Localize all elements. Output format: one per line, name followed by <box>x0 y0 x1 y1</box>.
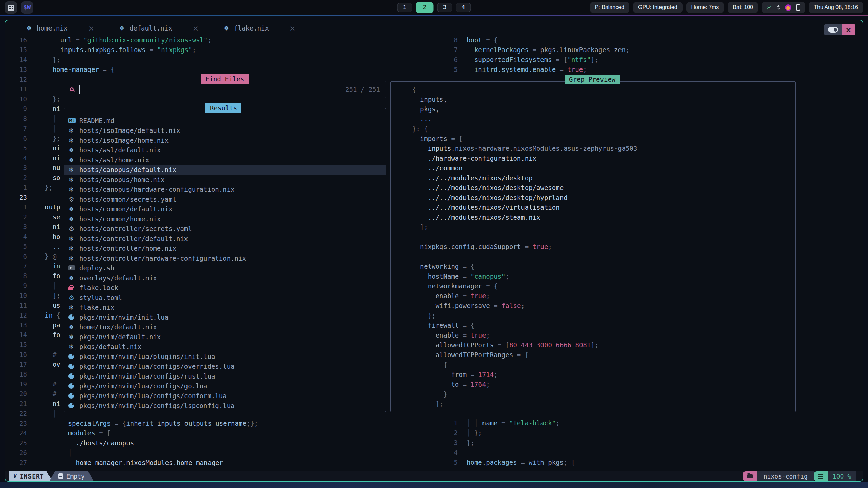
finder-result-item[interactable]: hosts/wsl/home.nix <box>64 155 386 165</box>
file-path-label: hosts/common/home.nix <box>79 215 161 223</box>
tab-close-icon[interactable]: × <box>289 24 295 33</box>
repo-name: nixos-config <box>757 471 814 481</box>
file-path-label: pkgs/nvim/nvim/init.lua <box>79 313 169 321</box>
window-toggle-button[interactable] <box>824 24 842 35</box>
code-line: networking = { <box>395 262 795 271</box>
finder-result-item[interactable]: pkgs/nvim/nvim/lua/plugins/init.lua <box>64 351 386 361</box>
code-line: ]; <box>395 222 795 232</box>
finder-result-item[interactable]: hosts/controller/default.nix <box>64 233 386 243</box>
yaml-file-icon <box>68 225 79 232</box>
file-path-label: pkgs/nvim/nvim/lua/configs/go.lua <box>79 382 208 390</box>
tab-close-icon[interactable]: × <box>193 24 199 33</box>
right-editor-split-bottom[interactable]: 1│ │ name = "Tela-black";2│ };3};45home.… <box>443 418 575 467</box>
nix-snowflake-icon: ❄ <box>224 24 229 32</box>
search-icon <box>70 87 74 92</box>
code-line: 5 initrd.systemd.enable = true; <box>443 65 630 75</box>
results-title-badge: Results <box>205 103 241 113</box>
line-number: 7 <box>14 261 27 271</box>
code-line: ../../modules/nixos/desktop <box>395 173 795 183</box>
finder-result-item[interactable]: flake.nix <box>64 302 386 312</box>
tab-home-nix[interactable]: ❄ home.nix × <box>26 24 94 33</box>
finder-result-item[interactable]: hosts/controller/secrets.yaml <box>64 224 386 233</box>
finder-result-item[interactable]: hosts/canopus/default.nix <box>64 165 386 175</box>
mode-label: INSERT <box>20 473 44 480</box>
finder-result-item[interactable]: deploy.sh <box>64 263 386 273</box>
finder-result-item[interactable]: flake.lock <box>64 283 386 292</box>
finder-result-item[interactable]: hosts/common/secrets.yaml <box>64 194 386 204</box>
file-path-label: pkgs/nvim/nvim/lua/configs/overrides.lua <box>79 363 235 370</box>
tab-default-nix[interactable]: ❄ default.nix × <box>119 24 199 33</box>
wallpaper-streak <box>0 15 868 16</box>
bluetooth-icon[interactable] <box>776 5 780 10</box>
finder-result-item[interactable]: stylua.toml <box>64 292 386 302</box>
line-number: 22 <box>14 409 27 419</box>
line-number: 3 <box>14 163 27 173</box>
lua-file-icon <box>68 403 79 408</box>
workspace-3[interactable]: 3 <box>437 3 452 12</box>
finder-result-item[interactable]: pkgs/default.nix <box>64 342 386 351</box>
finder-result-item[interactable]: home/tux/default.nix <box>64 322 386 332</box>
file-path-label: hosts/controller/home.nix <box>79 245 176 252</box>
app-launcher-button[interactable] <box>5 1 17 14</box>
line-number: 13 <box>14 320 27 330</box>
finder-result-item[interactable]: hosts/canopus/home.nix <box>64 175 386 184</box>
finder-result-item[interactable]: hosts/controller/hardware-configuration.… <box>64 253 386 263</box>
phone-icon[interactable] <box>796 4 800 11</box>
line-number: 7 <box>14 124 27 134</box>
finder-result-item[interactable]: pkgs/nvim/nvim/lua/configs/lspconfig.lua <box>64 401 386 410</box>
line-number: 10 <box>14 94 27 104</box>
progress-pill <box>814 471 828 481</box>
code-line <box>395 252 795 262</box>
line-number: 12 <box>14 310 27 320</box>
line-number: 8 <box>14 114 27 124</box>
file-path-label: hosts/wsl/home.nix <box>79 156 149 164</box>
finder-result-item[interactable]: overlays/default.nix <box>64 273 386 283</box>
finder-result-item[interactable]: hosts/isoImage/default.nix <box>64 125 386 135</box>
text-cursor <box>79 85 80 94</box>
nix-file-icon <box>68 166 79 174</box>
logo-button[interactable]: $W <box>21 1 33 14</box>
code-line: allowedTCPPorts = [80 443 3000 6666 8081… <box>395 340 795 350</box>
finder-result-item[interactable]: hosts/wsl/default.nix <box>64 145 386 155</box>
grep-preview-title-badge: Grep Preview <box>565 75 620 84</box>
line-number: 15 <box>14 45 27 55</box>
media-icon[interactable] <box>785 4 791 11</box>
finder-result-item[interactable]: pkgs/nvim/nvim/lua/configs/go.lua <box>64 381 386 391</box>
line-number: 5 <box>14 242 27 251</box>
code-line: 3}; <box>443 438 575 448</box>
code-line: 4 <box>443 448 575 458</box>
code-line: } <box>395 389 795 399</box>
finder-result-item[interactable]: pkgs/nvim/default.nix <box>64 332 386 342</box>
nix-file-icon <box>68 323 79 331</box>
file-state-label: Empty <box>66 473 85 480</box>
apps-grid-icon <box>8 5 14 11</box>
workspace-2[interactable]: 2 <box>416 2 434 13</box>
finder-result-item[interactable]: pkgs/nvim/nvim/lua/configs/overrides.lua <box>64 361 386 371</box>
finder-result-item[interactable]: pkgs/nvim/nvim/lua/configs/rust.lua <box>64 371 386 381</box>
shell-file-icon <box>68 265 79 270</box>
workspace-4[interactable]: 4 <box>456 3 471 12</box>
finder-result-item[interactable]: hosts/isoImage/home.nix <box>64 135 386 145</box>
finder-result-item[interactable]: README.md <box>64 116 386 125</box>
code-line: 5home.packages = with pkgs; [ <box>443 458 575 467</box>
finder-result-item[interactable]: hosts/common/home.nix <box>64 214 386 224</box>
nix-file-icon <box>68 333 79 341</box>
line-number: 6 <box>14 251 27 261</box>
scissors-icon[interactable]: ✂ <box>767 4 771 11</box>
finder-result-item[interactable]: pkgs/nvim/nvim/init.lua <box>64 312 386 322</box>
finder-result-item[interactable]: hosts/common/default.nix <box>64 204 386 214</box>
results-counter: 251 / 251 <box>345 86 380 93</box>
code-line: 24 modules = [ <box>14 428 258 438</box>
finder-result-item[interactable]: hosts/controller/home.nix <box>64 243 386 253</box>
right-editor-split-top[interactable]: 8boot = {7 kernelPackages = pkgs.linuxPa… <box>443 35 630 75</box>
line-number: 3 <box>443 438 458 448</box>
tab-close-icon[interactable]: × <box>88 24 94 33</box>
top-status-bar: $W 1 2 3 4 P: Balanced GPU: Integrated H… <box>0 0 868 15</box>
file-path-label: hosts/canopus/home.nix <box>79 176 165 183</box>
finder-result-item[interactable]: hosts/canopus/hardware-configuration.nix <box>64 184 386 194</box>
finder-result-item[interactable]: pkgs/nvim/nvim/lua/configs/conform.lua <box>64 391 386 401</box>
workspace-1[interactable]: 1 <box>397 3 412 12</box>
tab-flake-nix[interactable]: ❄ flake.nix × <box>224 24 295 33</box>
window-close-button[interactable]: × <box>842 24 855 35</box>
code-line: 23 specialArgs = {inherit inputs outputs… <box>14 419 258 428</box>
